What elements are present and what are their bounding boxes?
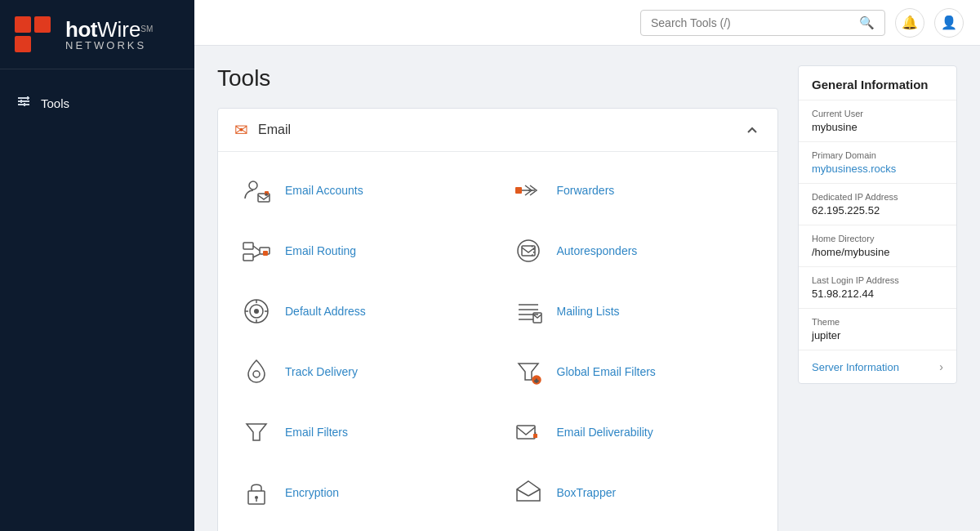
tools-grid: + Email Accounts <box>218 152 777 531</box>
svg-rect-38 <box>533 434 537 438</box>
info-panel: General Information Current User mybusin… <box>798 65 957 511</box>
dedicated-ip-value: 62.195.225.52 <box>812 204 943 216</box>
info-card: General Information Current User mybusin… <box>798 65 957 384</box>
info-row-home-dir: Home Directory /home/mybusine <box>799 225 956 266</box>
tool-default-address[interactable]: Default Address <box>226 281 498 341</box>
global-email-filters-label: Global Email Filters <box>557 365 656 378</box>
logo-sq-bottom-left <box>15 36 31 52</box>
svg-point-22 <box>254 309 259 314</box>
svg-rect-12 <box>243 243 253 249</box>
sidebar-tools-label: Tools <box>41 96 69 110</box>
forwarders-label: Forwarders <box>557 184 615 197</box>
encryption-label: Encryption <box>285 486 339 499</box>
email-section-label: Email <box>258 123 291 137</box>
topbar: 🔍 🔔 👤 <box>194 0 980 46</box>
server-info-row[interactable]: Server Information › <box>799 350 956 383</box>
email-routing-label: Email Routing <box>285 244 356 257</box>
theme-value: jupiter <box>812 329 943 341</box>
user-icon: 👤 <box>941 15 957 30</box>
user-button[interactable]: 👤 <box>934 8 964 38</box>
autoresponders-label: Autoresponders <box>557 244 638 257</box>
tools-panel: Tools ✉ Email <box>217 65 778 511</box>
tools-icon <box>16 94 31 112</box>
logo-sm: SM <box>140 25 153 33</box>
tool-boxtrapper[interactable]: BoxTrapper <box>498 462 770 523</box>
home-dir-label: Home Directory <box>812 234 943 243</box>
boxtrapper-icon <box>511 475 546 510</box>
track-delivery-label: Track Delivery <box>285 365 358 378</box>
last-login-ip-label: Last Login IP Address <box>812 275 943 285</box>
logo-text: hotWireSM NETWORKS <box>65 17 153 51</box>
global-email-filters-icon: + <box>511 355 546 389</box>
dedicated-ip-label: Dedicated IP Address <box>812 192 943 202</box>
main: 🔍 🔔 👤 Tools ✉ Email <box>194 0 980 531</box>
search-input[interactable] <box>651 16 853 29</box>
tool-track-delivery[interactable]: Track Delivery <box>226 341 498 402</box>
tool-forwarders[interactable]: Forwarders <box>498 160 770 221</box>
info-row-dedicated-ip: Dedicated IP Address 62.195.225.52 <box>799 183 956 225</box>
default-address-icon <box>239 294 274 328</box>
logo-area: hotWireSM NETWORKS <box>0 0 194 69</box>
tool-global-email-filters[interactable]: + Global Email Filters <box>498 341 770 402</box>
svg-marker-36 <box>247 424 266 440</box>
info-row-theme: Theme jupiter <box>799 308 956 350</box>
page-title: Tools <box>217 65 778 91</box>
tool-email-accounts[interactable]: + Email Accounts <box>226 160 498 221</box>
logo-squares <box>15 16 51 52</box>
svg-rect-11 <box>515 187 522 194</box>
email-deliverability-label: Email Deliverability <box>557 426 653 439</box>
email-accounts-icon: + <box>239 173 274 207</box>
info-row-last-login-ip: Last Login IP Address 51.98.212.44 <box>799 266 956 308</box>
chevron-right-icon: › <box>939 360 943 373</box>
tool-email-routing[interactable]: Email Routing <box>226 221 498 281</box>
current-user-value: mybusine <box>812 121 943 133</box>
mailing-lists-label: Mailing Lists <box>557 305 620 318</box>
primary-domain-label: Primary Domain <box>812 150 943 160</box>
svg-text:+: + <box>534 377 538 385</box>
home-dir-value: /home/mybusine <box>812 246 943 258</box>
logo-sq-bottom-right <box>34 36 51 52</box>
svg-line-15 <box>253 246 260 251</box>
tool-encryption[interactable]: Encryption <box>226 462 498 523</box>
tool-autoresponders[interactable]: Autoresponders <box>498 221 770 281</box>
tool-email-filters[interactable]: Email Filters <box>226 402 498 462</box>
server-info-label: Server Information <box>812 361 899 373</box>
logo-sq-top-right <box>34 16 51 33</box>
svg-point-41 <box>255 496 258 499</box>
svg-rect-13 <box>243 254 253 261</box>
theme-label: Theme <box>812 317 943 327</box>
boxtrapper-label: BoxTrapper <box>557 486 617 499</box>
page-content: Tools ✉ Email <box>194 46 980 531</box>
tool-calendars-contacts[interactable]: @ Calendars and Contacts <box>226 523 498 531</box>
email-accounts-label: Email Accounts <box>285 184 363 197</box>
email-deliverability-icon <box>511 415 546 449</box>
svg-rect-19 <box>522 246 535 256</box>
tool-mailing-lists[interactable]: Mailing Lists <box>498 281 770 341</box>
tool-email-deliverability[interactable]: Email Deliverability <box>498 402 770 462</box>
tool-email-disk-usage[interactable]: Email Disk Usage <box>498 523 770 531</box>
search-icon[interactable]: 🔍 <box>859 16 875 30</box>
svg-line-44 <box>517 489 528 496</box>
notifications-button[interactable]: 🔔 <box>895 8 924 38</box>
logo-sq-top-left <box>15 16 31 33</box>
sidebar: hotWireSM NETWORKS Tools <box>0 0 194 531</box>
autoresponders-icon <box>511 234 546 268</box>
bell-icon: 🔔 <box>902 15 918 30</box>
svg-point-32 <box>253 371 260 377</box>
forwarders-icon <box>511 173 546 207</box>
svg-line-16 <box>253 254 260 257</box>
collapse-button[interactable] <box>743 120 761 140</box>
primary-domain-value[interactable]: mybusiness.rocks <box>812 163 943 175</box>
svg-point-6 <box>249 181 257 190</box>
svg-rect-37 <box>517 426 535 439</box>
logo-networks: NETWORKS <box>65 39 153 51</box>
search-wrap[interactable]: 🔍 <box>640 10 885 36</box>
track-delivery-icon <box>239 355 274 389</box>
email-filters-label: Email Filters <box>285 426 348 439</box>
sidebar-nav: Tools <box>0 69 194 136</box>
svg-rect-17 <box>263 251 268 256</box>
logo-wire: Wire <box>97 17 140 42</box>
default-address-label: Default Address <box>285 305 366 318</box>
sidebar-item-tools[interactable]: Tools <box>0 86 194 120</box>
email-section-card: ✉ Email <box>217 108 778 531</box>
